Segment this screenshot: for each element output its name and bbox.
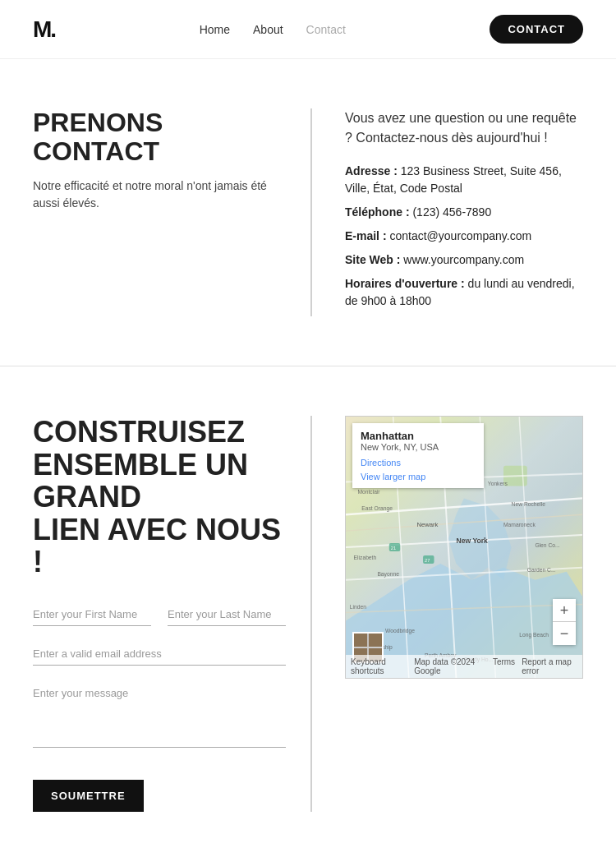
map-zoom-controls: + −	[553, 599, 576, 645]
svg-text:Linden: Linden	[350, 603, 366, 609]
build-title: CONSTRUISEZ ENSEMBLE UN GRAND LIEN AVEC …	[33, 416, 286, 578]
email-value: contact@yourcompany.com	[389, 229, 531, 242]
report-error-link[interactable]: Report a map error	[522, 657, 577, 675]
svg-text:Garden C...: Garden C...	[527, 567, 556, 573]
map-footer: Keyboard shortcuts Map data ©2024 Google…	[346, 655, 582, 678]
last-name-input[interactable]	[168, 603, 286, 626]
prenons-contact-subtitle: Notre efficacité et notre moral n'ont ja…	[33, 177, 286, 212]
logo: M.	[33, 18, 55, 41]
view-larger-map-link[interactable]: View larger map	[361, 472, 476, 481]
svg-text:Yonkers: Yonkers	[488, 481, 508, 486]
prenons-contact-title: PRENONS CONTACT	[33, 108, 286, 166]
map-column: Newark New York East Orange Montclair Bl…	[312, 416, 583, 812]
map-popup-title: Manhattan	[361, 430, 476, 442]
map-container: Newark New York East Orange Montclair Bl…	[345, 416, 583, 679]
email-detail: E-mail : contact@yourcompany.com	[345, 228, 583, 245]
keyboard-shortcuts: Keyboard shortcuts	[351, 657, 407, 675]
name-row	[33, 603, 286, 626]
message-textarea[interactable]	[33, 682, 286, 748]
message-group	[33, 682, 286, 750]
first-name-input[interactable]	[33, 603, 151, 626]
web-detail: Site Web : www.yourcompany.com	[345, 251, 583, 269]
svg-text:Woodbridge: Woodbridge	[385, 628, 415, 634]
nav-contact[interactable]: Contact	[306, 23, 346, 36]
map-popup-subtitle: New York, NY, USA	[361, 442, 476, 452]
map-popup: Manhattan New York, NY, USA Directions V…	[352, 423, 484, 488]
svg-text:21: 21	[391, 546, 396, 551]
svg-text:New Rochelle: New Rochelle	[512, 501, 546, 507]
email-input[interactable]	[33, 643, 286, 666]
svg-text:Montclair: Montclair	[357, 489, 380, 495]
nav-home[interactable]: Home	[200, 23, 230, 36]
nav-about[interactable]: About	[253, 23, 283, 36]
phone-detail: Téléphone : (123) 456-7890	[345, 204, 583, 221]
contact-intro: Vous avez une question ou une requête ? …	[345, 108, 583, 148]
svg-text:Mamaroneck: Mamaroneck	[503, 522, 536, 528]
svg-text:East Orange: East Orange	[361, 505, 393, 512]
hours-detail: Horaires d'ouverture : du lundi au vendr…	[345, 275, 583, 310]
map-directions-link[interactable]: Directions	[361, 458, 401, 468]
map-zoom-out[interactable]: −	[553, 622, 576, 645]
svg-text:Bayonne: Bayonne	[377, 571, 399, 578]
prenons-contact-section: PRENONS CONTACT Notre efficacité et notr…	[0, 59, 616, 366]
prenons-contact-left: PRENONS CONTACT Notre efficacité et notr…	[33, 108, 312, 316]
hours-label: Horaires d'ouverture :	[345, 277, 465, 290]
web-label: Site Web :	[345, 253, 400, 266]
svg-text:New York: New York	[456, 537, 488, 545]
svg-text:Newark: Newark	[416, 521, 438, 528]
phone-value: (123) 456-7890	[412, 205, 491, 219]
contact-info-right: Vous avez une question ou une requête ? …	[312, 108, 583, 316]
first-name-group	[33, 603, 151, 626]
svg-text:Elizabeth: Elizabeth	[354, 555, 377, 560]
svg-text:Glen Co...: Glen Co...	[535, 542, 559, 548]
email-label: E-mail :	[345, 229, 387, 242]
last-name-group	[168, 603, 286, 626]
map-data: Map data ©2024 Google	[414, 657, 486, 675]
address-label: Adresse :	[345, 164, 398, 177]
web-value: www.yourcompany.com	[403, 253, 524, 266]
form-column: CONSTRUISEZ ENSEMBLE UN GRAND LIEN AVEC …	[33, 416, 312, 812]
terms-link[interactable]: Terms	[493, 657, 515, 675]
phone-label: Téléphone :	[345, 205, 410, 219]
svg-text:27: 27	[425, 558, 430, 563]
address-detail: Adresse : 123 Business Street, Suite 456…	[345, 163, 583, 197]
construisez-section: CONSTRUISEZ ENSEMBLE UN GRAND LIEN AVEC …	[0, 366, 616, 857]
main-nav: Home About Contact	[200, 23, 346, 36]
map-zoom-in[interactable]: +	[553, 599, 576, 622]
svg-text:Long Beach: Long Beach	[519, 632, 549, 638]
email-group	[33, 643, 286, 666]
site-header: M. Home About Contact CONTACT	[0, 0, 616, 59]
map-inner: Newark New York East Orange Montclair Bl…	[346, 417, 582, 678]
submit-button[interactable]: SOUMETTRE	[33, 780, 144, 812]
contact-button[interactable]: CONTACT	[490, 15, 583, 44]
